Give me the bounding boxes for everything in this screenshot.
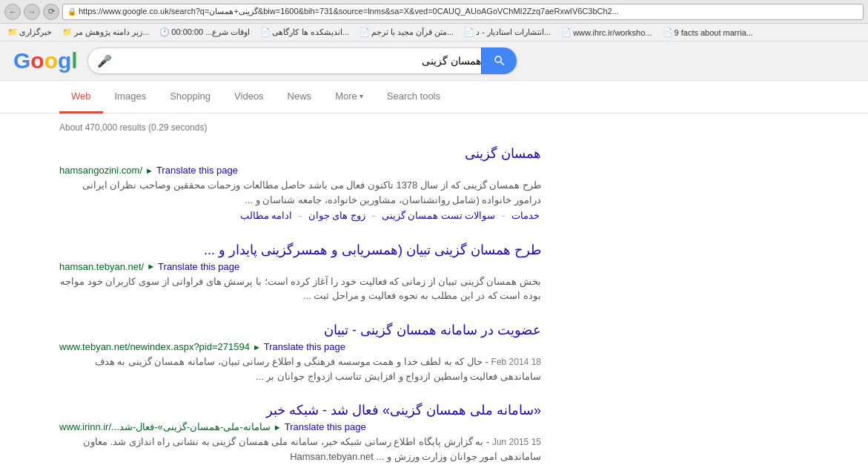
forward-button[interactable]: → [24, 4, 40, 20]
back-button[interactable]: ← [4, 4, 21, 20]
more-dropdown-arrow: ▾ [360, 92, 363, 100]
page-icon-4: 📄 [561, 27, 572, 37]
tab-more[interactable]: More ▾ [323, 81, 375, 113]
google-header: Google 🎤 [0, 42, 868, 81]
google-logo[interactable]: Google [12, 47, 79, 74]
result-url-3[interactable]: www.tebyan.net/newindex.aspx?pid=271594 [59, 341, 250, 352]
search-result-2: طرح همسان گزینی تبیان (همسریابی و همسرگز… [59, 241, 541, 303]
bookmark-item-6[interactable]: 📄 انتشارات استادیار - د... [461, 27, 554, 38]
results-area: About 470,000 results (0.29 seconds) همس… [0, 113, 741, 468]
search-icon [493, 54, 506, 67]
tab-shopping[interactable]: Shopping [158, 81, 222, 113]
translate-link-4[interactable]: Translate this page [285, 421, 366, 432]
tab-web[interactable]: Web [59, 81, 103, 113]
translate-link-2[interactable]: Translate this page [158, 261, 239, 272]
result-title-3[interactable]: عضویت در سامانه همسان گزینی - تبیان [59, 321, 541, 340]
result-date-3: 18 Feb 2014 [491, 357, 541, 367]
browser-bar: ← → ⟳ 🔒 https://www.google.co.uk/search?… [0, 0, 868, 24]
result-snippet-3: 18 Feb 2014 - حال که به لطف خدا و همت مو… [59, 355, 541, 383]
result-arrow-2: ► [147, 262, 155, 271]
result-snippet-4: 15 Jun 2015 - به گزارش پایگاه اطلاع رسان… [59, 435, 541, 464]
result-url-1[interactable]: hamsangozini.com/ [59, 165, 142, 176]
folder-icon-2: 📁 [62, 27, 73, 37]
tab-news[interactable]: News [276, 81, 324, 113]
nav-tabs: Web Images Shopping Videos News More ▾ S… [0, 81, 868, 113]
reload-button[interactable]: ⟳ [43, 4, 59, 20]
bookmark-item-8[interactable]: 📄 9 facts about marria... [660, 27, 756, 38]
svg-text:Google: Google [13, 48, 79, 73]
search-result-4: «سامانه ملی همسان گزینی» فعال شد - شبکه … [59, 401, 541, 464]
clock-icon: 🕐 [159, 27, 170, 37]
search-button[interactable] [481, 47, 517, 74]
result-url-line-2: hamsan.tebyan.net/ ► Translate this page [59, 261, 541, 272]
result-title-2[interactable]: طرح همسان گزینی تبیان (همسریابی و همسرگز… [59, 241, 541, 260]
page-icon-1: 📄 [260, 27, 271, 37]
search-box: 🎤 [87, 47, 517, 74]
search-result-1: همسان گزینی hamsangozini.com/ ► Translat… [59, 145, 541, 223]
bookmark-item-4[interactable]: 📄 اندیشکده ها کارگاهی... [257, 27, 351, 38]
result-title-4[interactable]: «سامانه ملی همسان گزینی» فعال شد - شبکه … [59, 401, 541, 420]
sublink-1c[interactable]: زوج های جوان [308, 210, 365, 221]
translate-link-3[interactable]: Translate this page [264, 341, 345, 352]
lock-icon: 🔒 [67, 7, 76, 16]
result-date-4: 15 Jun 2015 [492, 437, 541, 447]
microphone-icon[interactable]: 🎤 [97, 54, 112, 68]
translate-link-1[interactable]: Translate this page [156, 165, 238, 176]
bookmark-item-7[interactable]: 📄 www.ihrc.ir/worksho... [558, 27, 655, 38]
tab-videos[interactable]: Videos [222, 81, 276, 113]
result-arrow-4: ► [274, 423, 282, 432]
tab-images[interactable]: Images [103, 81, 159, 113]
result-title-1[interactable]: همسان گزینی [59, 145, 541, 163]
page-icon-2: 📄 [360, 27, 370, 37]
folder-icon: 📁 [7, 27, 18, 37]
result-url-4[interactable]: www.irinn.ir/...سامانه-ملی-همسان-گزینی»-… [59, 421, 271, 432]
bookmark-item-5[interactable]: 📄 متن قرآن مجید با ترجم... [357, 27, 457, 38]
sublink-1a[interactable]: خدمات [511, 210, 540, 221]
result-url-line-1: hamsangozini.com/ ► Translate this page [59, 165, 541, 176]
bookmark-item-1[interactable]: 📁 خبرگزاری [4, 27, 55, 38]
sublink-1d[interactable]: ادامه مطالب [240, 210, 293, 221]
result-url-line-3: www.tebyan.net/newindex.aspx?pid=271594 … [59, 341, 541, 352]
result-arrow-1: ► [145, 166, 153, 175]
tab-search-tools[interactable]: Search tools [375, 81, 452, 113]
page-icon-5: 📄 [663, 27, 673, 37]
bookmark-item-2[interactable]: 📁 زیر دامنه پژوهش مر... [59, 27, 152, 38]
bookmarks-bar: 📁 خبرگزاری 📁 زیر دامنه پژوهش مر... 🕐 اوق… [0, 24, 868, 42]
result-snippet-2: بخش همسان گزینی تبیان از زمانی که فعالیت… [59, 274, 541, 303]
results-stats: About 470,000 results (0.29 seconds) [59, 122, 682, 133]
search-result-3: عضویت در سامانه همسان گزینی - تبیان www.… [59, 321, 541, 383]
result-url-2[interactable]: hamsan.tebyan.net/ [59, 261, 144, 272]
bookmark-item-3[interactable]: 🕐 اوقات شرع... 00:00:00 [156, 27, 253, 38]
result-url-line-4: www.irinn.ir/...سامانه-ملی-همسان-گزینی»-… [59, 421, 541, 432]
result-arrow-3: ► [253, 343, 261, 352]
page-icon-3: 📄 [464, 27, 474, 37]
result-sublinks-1: خدمات - سوالات تست همسان گزینی - زوج های… [59, 208, 541, 223]
result-snippet-1: طرح همسان گزینی که از سال 1378 تاکنون فع… [59, 178, 541, 223]
address-bar[interactable]: 🔒 https://www.google.co.uk/search?q=گزین… [62, 4, 864, 20]
search-input[interactable] [118, 55, 481, 67]
sublink-1b[interactable]: سوالات تست همسان گزینی [382, 210, 496, 221]
